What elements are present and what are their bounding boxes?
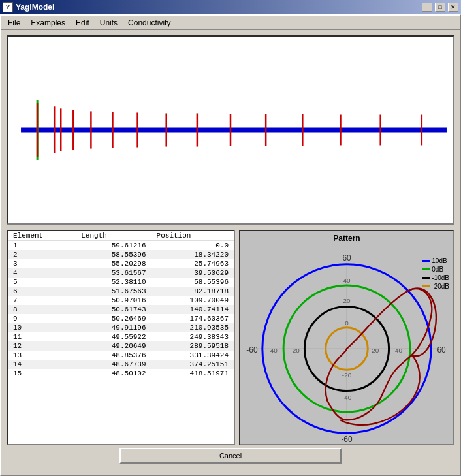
col-length: Length (76, 231, 151, 241)
cell-length: 59.61216 (76, 241, 151, 251)
svg-text:0: 0 (345, 319, 349, 326)
cell-element: 3 (8, 259, 76, 268)
legend-0db-label: 0dB (432, 266, 443, 273)
svg-text:20: 20 (372, 347, 379, 354)
cell-length: 51.67563 (76, 287, 151, 296)
svg-text:-20: -20 (342, 372, 352, 379)
cell-position: 418.51971 (151, 369, 234, 378)
maximize-button[interactable]: □ (435, 3, 445, 12)
table-row: 850.61743140.74114 (8, 305, 234, 314)
data-table[interactable]: Element Length Position 159.612160.0258.… (7, 230, 235, 445)
cell-element: 9 (8, 314, 76, 323)
menu-edit[interactable]: Edit (71, 16, 95, 29)
legend-0db-color (422, 268, 430, 270)
title-bar: Y YagiModel _ □ ✕ (0, 0, 461, 14)
legend-10db: 10dB (422, 257, 449, 264)
cell-length: 50.97016 (76, 296, 151, 305)
cell-length: 50.61743 (76, 305, 151, 314)
svg-text:20: 20 (343, 297, 351, 304)
close-button[interactable]: ✕ (448, 3, 458, 12)
cell-element: 5 (8, 278, 76, 287)
cell-position: 331.39424 (151, 351, 234, 360)
cell-length: 50.26469 (76, 314, 151, 323)
menu-units[interactable]: Units (95, 16, 123, 29)
pattern-svg: 60 40 20 0 -20 -40 -60 -60 -40 -20 20 40… (243, 244, 451, 453)
pattern-legend: 10dB 0dB -10dB -20dB (422, 257, 449, 290)
legend-minus10db-color (422, 277, 430, 279)
cell-length: 49.91196 (76, 323, 151, 332)
legend-minus10db: -10dB (422, 274, 449, 281)
cell-position: 249.38343 (151, 332, 234, 341)
cell-length: 55.20298 (76, 259, 151, 268)
svg-text:60: 60 (342, 253, 351, 262)
table-row: 355.2029825.74963 (8, 259, 234, 268)
table-row: 1149.55922249.38343 (8, 332, 234, 341)
cell-position: 18.34220 (151, 250, 234, 259)
table-row: 1049.91196210.93535 (8, 323, 234, 332)
legend-minus20db-color (422, 285, 430, 287)
svg-text:-60: -60 (341, 435, 353, 444)
cell-position: 82.18718 (151, 287, 234, 296)
menu-conductivity[interactable]: Conductivity (123, 16, 176, 29)
app-icon: Y (3, 2, 13, 12)
cell-position: 374.25151 (151, 360, 234, 369)
table-row: 750.97016109.70049 (8, 296, 234, 305)
table-row: 1348.85376331.39424 (8, 351, 234, 360)
svg-text:-40: -40 (268, 347, 278, 354)
table-row: 1548.50102418.51971 (8, 369, 234, 378)
legend-0db: 0dB (422, 266, 449, 273)
table-row: 258.5539618.34220 (8, 250, 234, 259)
cell-length: 48.85376 (76, 351, 151, 360)
svg-text:-40: -40 (342, 394, 352, 401)
table-row: 159.612160.0 (8, 241, 234, 251)
cell-element: 7 (8, 296, 76, 305)
svg-text:-60: -60 (246, 345, 258, 355)
menu-examples[interactable]: Examples (25, 16, 71, 29)
svg-text:40: 40 (395, 347, 403, 354)
cell-element: 4 (8, 268, 76, 278)
legend-10db-label: 10dB (432, 257, 447, 264)
cell-element: 1 (8, 241, 76, 251)
cell-element: 6 (8, 287, 76, 296)
legend-10db-color (422, 260, 430, 262)
pattern-area: Pattern (239, 230, 454, 445)
cell-position: 174.60367 (151, 314, 234, 323)
cell-element: 12 (8, 341, 76, 351)
table-row: 552.3811058.55396 (8, 278, 234, 287)
cell-length: 52.38110 (76, 278, 151, 287)
cell-position: 140.74114 (151, 305, 234, 314)
cell-length: 49.55922 (76, 332, 151, 341)
cell-length: 48.50102 (76, 369, 151, 378)
antenna-diagram (7, 35, 454, 225)
legend-minus20db-label: -20dB (432, 283, 449, 290)
minimize-button[interactable]: _ (422, 3, 432, 12)
window-frame: File Examples Edit Units Conductivity (0, 14, 461, 476)
cell-element: 8 (8, 305, 76, 314)
col-position: Position (151, 231, 234, 241)
svg-text:60: 60 (437, 345, 446, 355)
cell-element: 10 (8, 323, 76, 332)
svg-text:-20: -20 (290, 347, 300, 354)
window-title: YagiModel (16, 3, 419, 12)
cell-position: 25.74963 (151, 259, 234, 268)
cell-element: 13 (8, 351, 76, 360)
table-row: 453.6156739.50629 (8, 268, 234, 278)
cell-position: 109.70049 (151, 296, 234, 305)
cell-length: 58.55396 (76, 250, 151, 259)
menu-bar: File Examples Edit Units Conductivity (1, 16, 460, 30)
antenna-svg (8, 37, 453, 223)
cell-element: 15 (8, 369, 76, 378)
menu-file[interactable]: File (3, 16, 25, 29)
table-row: 1448.67739374.25151 (8, 360, 234, 369)
cell-position: 39.50629 (151, 268, 234, 278)
cell-element: 2 (8, 250, 76, 259)
col-element: Element (8, 231, 76, 241)
table-row: 950.26469174.60367 (8, 314, 234, 323)
cell-length: 53.61567 (76, 268, 151, 278)
pattern-canvas-wrapper: 60 40 20 0 -20 -40 -60 -60 -40 -20 20 40… (243, 244, 451, 453)
cell-element: 14 (8, 360, 76, 369)
cell-position: 289.59518 (151, 341, 234, 351)
table-row: 1249.20649289.59518 (8, 341, 234, 351)
cell-length: 49.20649 (76, 341, 151, 351)
svg-text:40: 40 (343, 277, 351, 284)
